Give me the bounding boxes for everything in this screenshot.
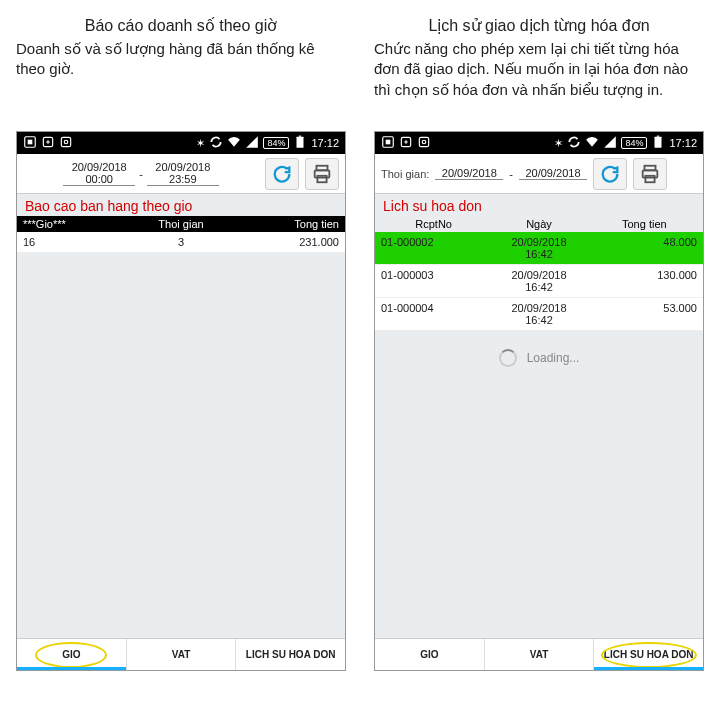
right-caption-desc: Chức năng cho phép xem lại chi tiết từng… — [374, 39, 704, 121]
svg-rect-15 — [655, 137, 662, 148]
refresh-button[interactable] — [265, 158, 299, 190]
col-tongtien: Tong tien — [592, 218, 697, 230]
right-caption-title: Lịch sử giao dịch từng hóa đơn — [374, 16, 704, 35]
left-caption-desc: Doanh số và số lượng hàng đã bán thống k… — [16, 39, 346, 121]
status-bar: ✶ 84% 17:12 — [17, 132, 345, 154]
bottom-tabs: GIO VAT LICH SU HOA DON — [375, 638, 703, 670]
wifi-icon — [585, 135, 599, 151]
refresh-button[interactable] — [593, 158, 627, 190]
right-phone-frame: ✶ 84% 17:12 Thoi gian: 20/ — [374, 131, 704, 671]
bluetooth-icon: ✶ — [196, 137, 205, 150]
date-dash: - — [139, 168, 143, 180]
svg-rect-3 — [61, 137, 70, 146]
table-row[interactable]: 01-000003 20/09/2018 16:42 130.000 — [375, 265, 703, 298]
team-icon — [381, 135, 395, 151]
left-caption-title: Báo cáo doanh số theo giờ — [16, 16, 346, 35]
toolbar: Thoi gian: 20/09/2018 - 20/09/2018 — [375, 154, 703, 194]
toolbar: 20/09/2018 00:00 - 20/09/2018 23:59 — [17, 154, 345, 194]
svg-point-14 — [422, 140, 426, 144]
signal-icon — [245, 135, 259, 151]
bluetooth-icon: ✶ — [554, 137, 563, 150]
battery-level: 84% — [621, 137, 647, 149]
clock-text: 17:12 — [669, 137, 697, 149]
battery-icon — [651, 135, 665, 151]
table-header: ***Gio*** Thoi gian Tong tien — [17, 216, 345, 232]
loop-icon — [41, 135, 55, 151]
from-date-field[interactable]: 20/09/2018 — [435, 167, 503, 180]
loop2-icon — [417, 135, 431, 151]
col-ngay: Ngày — [486, 218, 591, 230]
col-tongtien: Tong tien — [234, 218, 339, 230]
loading-text: Loading... — [527, 351, 580, 365]
print-button[interactable] — [305, 158, 339, 190]
col-thoigian: Thoi gian — [128, 218, 233, 230]
left-phone-frame: ✶ 84% 17:12 20 — [16, 131, 346, 671]
wifi-icon — [227, 135, 241, 151]
battery-level: 84% — [263, 137, 289, 149]
status-bar: ✶ 84% 17:12 — [375, 132, 703, 154]
loop2-icon — [59, 135, 73, 151]
tab-gio[interactable]: GIO — [375, 639, 485, 670]
bottom-tabs: GIO VAT LICH SU HOA DON — [17, 638, 345, 670]
tab-vat[interactable]: VAT — [127, 639, 237, 670]
signal-icon — [603, 135, 617, 151]
from-date-field[interactable]: 20/09/2018 00:00 — [63, 161, 135, 186]
battery-icon — [293, 135, 307, 151]
table-header: RcptNo Ngày Tong tien — [375, 216, 703, 232]
spinner-icon — [499, 349, 517, 367]
print-button[interactable] — [633, 158, 667, 190]
svg-rect-5 — [297, 137, 304, 148]
team-icon — [23, 135, 37, 151]
svg-rect-16 — [657, 136, 659, 137]
svg-rect-6 — [299, 136, 301, 137]
date-dash: - — [509, 168, 513, 180]
clock-text: 17:12 — [311, 137, 339, 149]
col-rcpt: RcptNo — [381, 218, 486, 230]
range-label: Thoi gian: — [381, 168, 429, 180]
tab-vat[interactable]: VAT — [485, 639, 595, 670]
tab-lichsu[interactable]: LICH SU HOA DON — [236, 639, 345, 670]
table-row[interactable]: 16 3 231.000 — [17, 232, 345, 253]
table-row[interactable]: 01-000004 20/09/2018 16:42 53.000 — [375, 298, 703, 331]
svg-rect-11 — [386, 140, 391, 145]
svg-point-4 — [64, 140, 68, 144]
section-title: Lich su hoa don — [375, 194, 703, 216]
loop-icon — [399, 135, 413, 151]
to-date-field[interactable]: 20/09/2018 23:59 — [147, 161, 219, 186]
svg-rect-13 — [419, 137, 428, 146]
svg-rect-1 — [28, 140, 33, 145]
loading-indicator: Loading... — [375, 349, 703, 367]
tab-lichsu[interactable]: LICH SU HOA DON — [594, 639, 703, 670]
col-gio: ***Gio*** — [23, 218, 128, 230]
to-date-field[interactable]: 20/09/2018 — [519, 167, 587, 180]
sync-icon — [567, 135, 581, 151]
sync-icon — [209, 135, 223, 151]
tab-gio[interactable]: GIO — [17, 639, 127, 670]
section-title: Bao cao ban hang theo gio — [17, 194, 345, 216]
table-row[interactable]: 01-000002 20/09/2018 16:42 48.000 — [375, 232, 703, 265]
